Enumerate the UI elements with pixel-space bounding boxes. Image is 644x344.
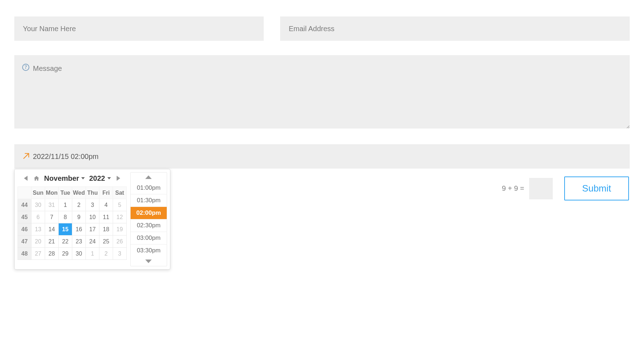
time-column: 01:00pm01:30pm02:00pm02:30pm03:00pm03:30…	[130, 172, 167, 266]
time-option[interactable]: 01:30pm	[131, 194, 167, 207]
dow-header: Tue	[59, 187, 72, 199]
chevron-down-icon	[145, 260, 152, 263]
calendar-day[interactable]: 25	[99, 236, 113, 248]
calendar-week-row: 44303112345	[18, 199, 127, 211]
calendar-day[interactable]: 14	[45, 223, 59, 236]
calendar-day[interactable]: 9	[72, 211, 86, 223]
calendar-day[interactable]: 11	[99, 211, 113, 223]
help-icon[interactable]: ?	[22, 64, 29, 71]
calendar: November 2022 SunMonTueWedThuFriSat 4430…	[18, 172, 127, 266]
calendar-day[interactable]: 3	[86, 199, 99, 211]
dow-header: Sun	[31, 187, 45, 199]
calendar-grid: SunMonTueWedThuFriSat 443031123454567891…	[18, 186, 127, 260]
week-header	[18, 187, 31, 199]
datetime-input[interactable]	[14, 144, 630, 169]
month-label: November	[44, 174, 79, 183]
datetime-group	[14, 144, 630, 169]
dow-header: Mon	[45, 187, 59, 199]
year-label: 2022	[89, 174, 105, 183]
calendar-day[interactable]: 28	[45, 248, 59, 260]
calendar-day[interactable]: 2	[99, 248, 113, 260]
caret-down-icon	[107, 177, 111, 179]
week-number: 45	[18, 211, 31, 223]
calendar-day[interactable]: 13	[31, 223, 45, 236]
calendar-day[interactable]: 22	[59, 236, 72, 248]
calendar-week-row: 4720212223242526	[18, 236, 127, 248]
calendar-header: November 2022	[18, 172, 127, 186]
calendar-week-row: 4827282930123	[18, 248, 127, 260]
email-input[interactable]	[280, 16, 630, 41]
calendar-day[interactable]: 29	[59, 248, 72, 260]
calendar-day[interactable]: 31	[45, 199, 59, 211]
datetime-icon	[22, 152, 30, 161]
calendar-day[interactable]: 3	[113, 248, 127, 260]
caret-down-icon	[81, 177, 85, 179]
calendar-day[interactable]: 18	[99, 223, 113, 236]
chevron-up-icon	[145, 175, 152, 179]
dow-header: Thu	[86, 187, 99, 199]
calendar-day[interactable]: 16	[72, 223, 86, 236]
time-option[interactable]: 03:30pm	[131, 244, 167, 257]
calendar-day[interactable]: 1	[59, 199, 72, 211]
time-option[interactable]: 01:00pm	[131, 182, 167, 194]
week-number: 48	[18, 248, 31, 260]
calendar-day[interactable]: 23	[72, 236, 86, 248]
dow-header: Wed	[72, 187, 86, 199]
time-option[interactable]: 02:30pm	[131, 219, 167, 232]
calendar-day[interactable]: 12	[113, 211, 127, 223]
calendar-day[interactable]: 27	[31, 248, 45, 260]
calendar-day[interactable]: 30	[31, 199, 45, 211]
time-scroll-up-button[interactable]	[131, 173, 167, 182]
week-number: 46	[18, 223, 31, 236]
calendar-day[interactable]: 7	[45, 211, 59, 223]
calendar-day[interactable]: 15	[59, 223, 72, 236]
calendar-day[interactable]: 8	[59, 211, 72, 223]
calendar-day[interactable]: 10	[86, 211, 99, 223]
calendar-day[interactable]: 20	[31, 236, 45, 248]
datetime-picker: November 2022 SunMonTueWedThuFriSat 4430…	[14, 169, 170, 270]
captcha-input[interactable]	[529, 178, 553, 199]
next-month-button[interactable]	[114, 174, 123, 183]
calendar-day[interactable]: 1	[86, 248, 99, 260]
calendar-day[interactable]: 6	[31, 211, 45, 223]
calendar-week-row: 4613141516171819	[18, 223, 127, 236]
message-group: ?	[14, 55, 630, 130]
name-email-row	[14, 16, 630, 41]
calendar-day[interactable]: 26	[113, 236, 127, 248]
prev-month-button[interactable]	[21, 174, 30, 183]
calendar-day[interactable]: 5	[113, 199, 127, 211]
week-number: 47	[18, 236, 31, 248]
calendar-day[interactable]: 4	[99, 199, 113, 211]
calendar-day[interactable]: 19	[113, 223, 127, 236]
week-number: 44	[18, 199, 31, 211]
calendar-week-row: 456789101112	[18, 211, 127, 223]
calendar-day[interactable]: 24	[86, 236, 99, 248]
calendar-day[interactable]: 2	[72, 199, 86, 211]
calendar-day[interactable]: 17	[86, 223, 99, 236]
captcha-label: 9 + 9 =	[502, 184, 524, 193]
year-selector[interactable]: 2022	[88, 174, 112, 183]
submit-button[interactable]: Submit	[564, 176, 629, 200]
message-input[interactable]	[14, 55, 630, 129]
today-button[interactable]	[32, 174, 41, 183]
time-option[interactable]: 02:00pm	[131, 207, 167, 219]
time-list: 01:00pm01:30pm02:00pm02:30pm03:00pm03:30…	[131, 182, 167, 257]
calendar-day[interactable]: 30	[72, 248, 86, 260]
time-scroll-down-button[interactable]	[131, 257, 167, 266]
time-option[interactable]: 03:00pm	[131, 232, 167, 244]
dow-header: Fri	[99, 187, 113, 199]
dow-header: Sat	[113, 187, 127, 199]
name-input[interactable]	[14, 16, 264, 41]
calendar-day[interactable]: 21	[45, 236, 59, 248]
month-selector[interactable]: November	[43, 174, 86, 183]
